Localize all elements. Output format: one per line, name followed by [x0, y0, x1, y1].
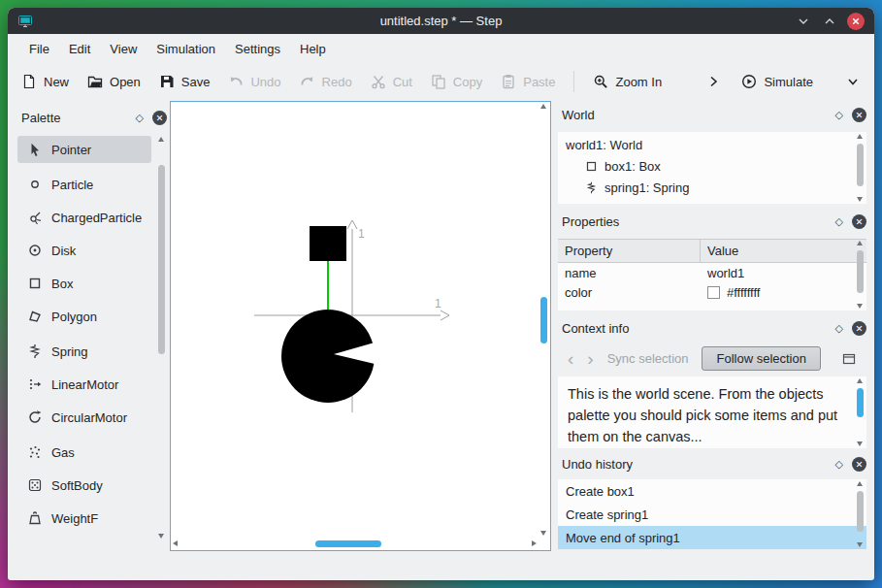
paste-icon	[501, 74, 516, 89]
zoom-in-button[interactable]: Zoom In	[593, 74, 662, 89]
minimize-button[interactable]	[795, 13, 812, 30]
canvas-vertical-scrollbar[interactable]	[538, 103, 549, 537]
titlebar[interactable]: untitled.step * — Step	[8, 8, 874, 34]
world-scrollbar[interactable]	[854, 133, 866, 203]
polygon-icon	[27, 309, 43, 324]
undo-scrollbar-handle[interactable]	[857, 491, 864, 532]
maximize-button[interactable]	[821, 13, 838, 30]
property-row-name[interactable]: name world1	[558, 263, 866, 282]
box1-object[interactable]	[310, 226, 346, 261]
close-panel-icon[interactable]: ✕	[852, 321, 866, 336]
new-button[interactable]: New	[21, 74, 69, 89]
tree-item-box1[interactable]: box1: Box	[558, 155, 866, 177]
palette-item-spring[interactable]: Spring	[17, 338, 151, 365]
float-panel-icon[interactable]: ◇	[835, 459, 843, 470]
undo-item-create-spring1[interactable]: Create spring1	[558, 503, 866, 526]
menu-settings[interactable]: Settings	[226, 38, 289, 60]
scroll-down-arrow-icon[interactable]	[857, 304, 863, 309]
float-panel-icon[interactable]: ◇	[835, 323, 843, 334]
cut-button[interactable]: Cut	[371, 74, 412, 89]
scroll-up-arrow-icon[interactable]	[857, 241, 863, 245]
scroll-right-arrow-icon[interactable]	[532, 540, 537, 546]
context-scrollbar-handle[interactable]	[857, 388, 864, 417]
app-icon	[17, 14, 33, 29]
palette-item-disk[interactable]: Disk	[17, 237, 151, 264]
scroll-up-arrow-icon[interactable]	[158, 137, 164, 142]
forward-arrow-icon[interactable]: ›	[587, 349, 593, 368]
close-panel-icon[interactable]: ✕	[152, 111, 167, 125]
palette-item-weightforce[interactable]: WeightF	[17, 505, 151, 532]
scene-canvas[interactable]: 1 1	[170, 101, 551, 551]
canvas-hscroll-handle[interactable]	[315, 540, 381, 547]
properties-table: Property Value name world1 color #ffffff…	[558, 239, 866, 310]
world-scrollbar-handle[interactable]	[857, 144, 864, 186]
scroll-down-arrow-icon[interactable]	[857, 197, 863, 202]
tree-item-spring1[interactable]: spring1: Spring	[558, 177, 866, 198]
palette-item-particle[interactable]: Particle	[17, 171, 151, 198]
scroll-up-arrow-icon[interactable]	[857, 134, 863, 139]
menu-simulation[interactable]: Simulation	[147, 38, 224, 60]
palette-scrollbar-handle[interactable]	[158, 165, 165, 354]
palette-item-linearmotor[interactable]: LinearMotor	[17, 371, 151, 398]
redo-button[interactable]: Redo	[300, 74, 352, 89]
palette-item-box[interactable]: Box	[17, 270, 151, 297]
back-arrow-icon[interactable]: ‹	[568, 349, 573, 368]
gas-icon	[27, 444, 43, 460]
column-header-value[interactable]: Value	[701, 240, 866, 262]
properties-scrollbar[interactable]	[854, 240, 866, 310]
scroll-down-arrow-icon[interactable]	[158, 534, 164, 539]
float-panel-icon[interactable]: ◇	[835, 216, 843, 227]
toolbar-extension-button[interactable]	[705, 74, 721, 89]
close-button[interactable]	[847, 13, 865, 30]
close-panel-icon[interactable]: ✕	[852, 457, 866, 472]
palette-item-pointer[interactable]: Pointer	[17, 136, 151, 163]
cut-icon	[371, 74, 386, 89]
scroll-up-arrow-icon[interactable]	[857, 481, 863, 486]
open-button[interactable]: Open	[87, 74, 141, 89]
undo-item-create-box1[interactable]: Create box1	[558, 479, 866, 503]
sync-selection-button[interactable]: Sync selection	[607, 351, 689, 366]
float-panel-icon[interactable]: ◇	[835, 110, 843, 120]
scroll-down-arrow-icon[interactable]	[857, 542, 863, 547]
canvas-horizontal-scrollbar[interactable]	[172, 538, 538, 549]
disk-object[interactable]	[281, 310, 375, 403]
box-icon	[585, 160, 598, 173]
simulate-button[interactable]: Simulate	[741, 74, 813, 89]
close-panel-icon[interactable]: ✕	[852, 108, 866, 122]
follow-selection-button[interactable]: Follow selection	[702, 346, 821, 371]
palette-item-chargedparticle[interactable]: ChargedParticle	[17, 204, 151, 231]
simulate-play-icon	[741, 74, 757, 89]
column-header-property[interactable]: Property	[558, 240, 701, 262]
context-scrollbar[interactable]	[854, 377, 866, 447]
paste-button[interactable]: Paste	[501, 74, 555, 89]
close-panel-icon[interactable]: ✕	[852, 214, 866, 229]
menu-edit[interactable]: Edit	[60, 38, 99, 60]
palette-item-gas[interactable]: Gas	[17, 439, 151, 466]
float-panel-icon[interactable]: ◇	[136, 113, 144, 123]
scroll-up-arrow-icon[interactable]	[540, 104, 546, 109]
scroll-left-arrow-icon[interactable]	[173, 540, 178, 546]
palette-item-softbody[interactable]: SoftBody	[17, 472, 151, 499]
simulate-dropdown-button[interactable]	[845, 74, 861, 89]
menu-file[interactable]: File	[20, 38, 58, 60]
scroll-down-arrow-icon[interactable]	[540, 531, 546, 536]
undo-item-move-end-of-spring1[interactable]: Move end of spring1	[558, 526, 866, 549]
undo-button[interactable]: Undo	[228, 74, 280, 89]
save-button[interactable]: Save	[159, 74, 211, 89]
menu-view[interactable]: View	[101, 38, 146, 60]
undo-scrollbar[interactable]	[854, 480, 866, 548]
properties-scrollbar-handle[interactable]	[857, 250, 864, 293]
detach-panel-icon[interactable]	[841, 350, 857, 366]
palette-item-list: Pointer Particle ChargedParticle Disk Bo…	[17, 136, 151, 539]
scroll-down-arrow-icon[interactable]	[857, 441, 863, 446]
context-panel-title: Context info	[562, 321, 629, 336]
scroll-up-arrow-icon[interactable]	[857, 378, 863, 383]
palette-item-circularmotor[interactable]: CircularMotor	[17, 404, 151, 431]
menu-help[interactable]: Help	[291, 38, 335, 60]
copy-button[interactable]: Copy	[431, 74, 482, 89]
property-row-color[interactable]: color #ffffffff	[558, 282, 866, 302]
palette-scrollbar[interactable]	[155, 136, 167, 539]
canvas-vscroll-handle[interactable]	[540, 297, 547, 343]
tree-item-world1[interactable]: world1: World	[558, 134, 866, 155]
palette-item-polygon[interactable]: Polygon	[17, 303, 151, 330]
